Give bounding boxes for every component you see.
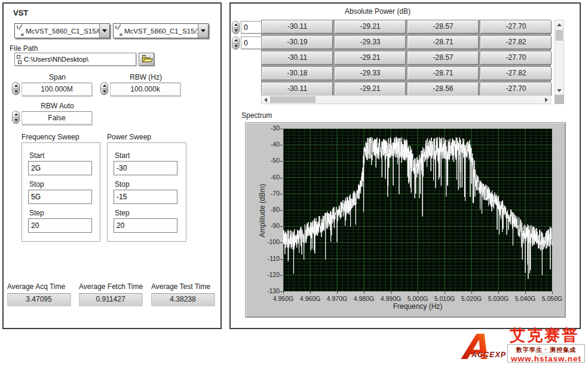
vertical-scroll-thumb[interactable] — [556, 30, 563, 41]
io-name-icon: Io — [115, 25, 123, 36]
table-cell: -27.70 — [480, 51, 552, 65]
table-cell: -30.11 — [262, 83, 333, 96]
rbw-auto-spinner[interactable] — [12, 111, 20, 124]
y-tick-mark — [280, 226, 283, 227]
arrow-up-icon — [557, 23, 562, 26]
file-path-label: File Path — [10, 44, 38, 53]
table-cell: -30.19 — [262, 36, 333, 49]
x-tick-label: 4.990G — [378, 295, 404, 302]
y-tick-mark — [280, 145, 283, 145]
y-tick-label: -50 — [255, 157, 280, 164]
span-field[interactable]: 100.000M — [22, 83, 92, 96]
x-tick-mark — [552, 291, 553, 294]
arrow-left-icon — [264, 98, 267, 102]
graph-title: Spectrum — [241, 111, 272, 120]
rbw-auto-field[interactable]: False — [22, 111, 92, 124]
pwr-start-input[interactable] — [114, 161, 177, 175]
rbw-spinner[interactable] — [100, 82, 108, 95]
y-tick-label: -60 — [255, 174, 280, 181]
pwr-start-label: Start — [115, 151, 130, 160]
watermark: Steps A ACCEXP 艾克赛普 数字孪生 · 测控集成 www.hsta… — [457, 327, 586, 364]
freq-stop-label: Stop — [29, 180, 44, 188]
table-cell: -30.11 — [262, 20, 333, 34]
x-tick-label: 5.020G — [458, 295, 485, 302]
y-tick-label: -70 — [255, 190, 280, 197]
y-tick-mark — [280, 178, 283, 178]
scroll-down-button[interactable] — [555, 86, 564, 95]
y-tick-mark — [280, 291, 283, 292]
table-cell: -28.71 — [408, 36, 479, 49]
scroll-right-button[interactable] — [543, 96, 550, 104]
pwr-step-input[interactable] — [114, 218, 177, 233]
scrollbar-corner — [555, 95, 564, 104]
device-selector-0[interactable]: Io McVST_5860_C1_S15/0 — [14, 23, 110, 38]
x-tick-mark — [445, 291, 445, 294]
table-cell: -29.33 — [335, 67, 406, 80]
power-sweep-group: Start Stop Step — [107, 142, 186, 242]
folder-icon — [142, 56, 151, 62]
x-tick-label: 4.970G — [324, 295, 350, 302]
span-spinner[interactable] — [12, 82, 20, 95]
x-tick-mark — [525, 291, 526, 294]
avg-acq-time-value: 3.47095 — [7, 293, 71, 306]
file-path-input[interactable] — [24, 54, 136, 65]
chevron-down-icon — [102, 29, 107, 32]
accexp-text: ACCEXP — [471, 351, 506, 359]
avg-test-time-label: Average Test Time — [151, 282, 210, 291]
row-index-spinner[interactable] — [232, 21, 240, 34]
rbw-auto-label: RBW Auto — [22, 102, 93, 110]
table-cell: -29.21 — [335, 20, 406, 34]
table-cell: -28.57 — [408, 51, 479, 65]
x-tick-label: 4.960G — [297, 295, 323, 302]
col-index-spinner[interactable] — [232, 36, 240, 50]
pwr-stop-input[interactable] — [114, 190, 177, 204]
x-tick-label: 5.040G — [512, 295, 538, 302]
x-tick-mark — [418, 291, 418, 294]
left-panel: VST Io McVST_5860_C1_S15/0 Io McVST_5860… — [2, 2, 222, 329]
device-selector-value: McVST_5860_C1_S15/1 — [123, 28, 198, 35]
y-tick-label: -30 — [255, 124, 280, 132]
avg-test-time-value: 4.38238 — [151, 293, 215, 306]
dropdown-button[interactable] — [198, 24, 208, 38]
table-horizontal-scrollbar[interactable] — [261, 95, 551, 104]
io-name-icon: Io — [16, 25, 24, 36]
x-tick-label: 5.000G — [405, 295, 431, 302]
arrow-down-icon — [557, 89, 562, 92]
x-tick-mark — [471, 291, 472, 294]
y-tick-mark — [280, 161, 283, 162]
y-tick-mark — [280, 242, 283, 243]
table-cell: -28.57 — [408, 20, 479, 34]
table-cell: -29.21 — [335, 51, 406, 65]
freq-start-input[interactable] — [28, 161, 92, 175]
frequency-sweep-title: Frequency Sweep — [22, 133, 79, 141]
x-tick-label: 5.050G — [539, 295, 565, 302]
y-tick-mark — [280, 194, 283, 194]
browse-button[interactable] — [139, 53, 154, 66]
device-selector-1[interactable]: Io McVST_5860_C1_S15/1 — [113, 23, 209, 38]
table-cell: -30.11 — [262, 51, 333, 65]
file-path-control — [14, 53, 136, 66]
y-tick-label: -40 — [255, 141, 280, 148]
x-tick-label: 4.980G — [351, 295, 377, 302]
dropdown-button[interactable] — [99, 24, 109, 38]
avg-acq-time-label: Average Acq Time — [7, 282, 65, 291]
y-tick-mark — [280, 259, 283, 260]
x-tick-mark — [283, 291, 284, 294]
device-selector-value: McVST_5860_C1_S15/0 — [24, 28, 99, 35]
table-vertical-scrollbar[interactable] — [555, 20, 564, 95]
x-tick-mark — [310, 291, 311, 294]
x-axis-title: Frequency (Hz) — [283, 302, 552, 311]
rbw-label: RBW (Hz) — [110, 73, 182, 81]
freq-stop-input[interactable] — [28, 190, 92, 204]
freq-start-label: Start — [29, 151, 44, 160]
pwr-step-label: Step — [115, 209, 130, 217]
freq-step-input[interactable] — [28, 218, 92, 233]
frequency-sweep-group: Start Stop Step — [22, 142, 100, 242]
scroll-left-button[interactable] — [262, 96, 270, 104]
horizontal-scroll-thumb[interactable] — [270, 96, 316, 103]
watermark-tagline: 数字孪生 · 测控集成 — [508, 346, 584, 354]
rbw-field[interactable]: 100.000k — [110, 83, 180, 96]
watermark-url: www.hstasw.net — [508, 354, 584, 363]
scroll-up-button[interactable] — [555, 20, 564, 29]
table-cell: -29.21 — [335, 83, 406, 96]
